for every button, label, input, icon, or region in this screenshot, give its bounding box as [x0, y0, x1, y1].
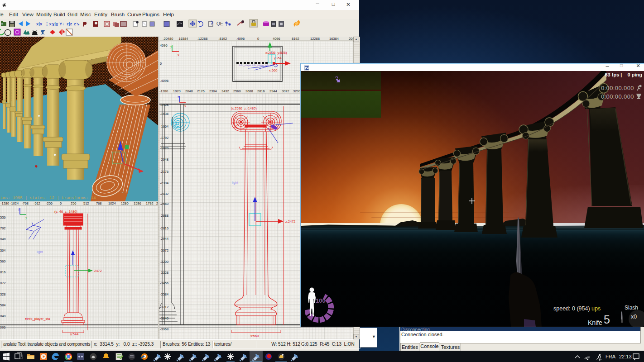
svg-text:y:544: y:544 — [70, 332, 78, 336]
svg-text:204: 204 — [349, 37, 353, 41]
svg-text:x:560: x:560 — [250, 334, 259, 338]
svg-text:840: 840 — [0, 314, 6, 318]
svg-text:-512: -512 — [34, 201, 40, 205]
svg-text:560: 560 — [0, 259, 6, 263]
svg-text:4096: 4096 — [273, 37, 280, 41]
svg-text:584: 584 — [0, 303, 6, 307]
svg-text:-12288: -12288 — [197, 37, 207, 41]
svg-text:20: 20 — [156, 201, 158, 205]
svg-text:096: 096 — [0, 325, 6, 329]
svg-text:-256: -256 — [46, 201, 53, 205]
svg-text:22:13: 22:13 — [619, 354, 632, 359]
svg-text:z↘: z↘ — [74, 21, 80, 26]
svg-text:-1024: -1024 — [10, 201, 19, 205]
svg-text:2688: 2688 — [245, 89, 253, 93]
svg-text:light: light — [232, 181, 239, 185]
svg-text:12288: 12288 — [310, 37, 320, 41]
svg-text:2944: 2944 — [269, 89, 277, 93]
svg-text:z|z: z|z — [67, 21, 72, 26]
svg-text:Y↓: Y↓ — [59, 21, 64, 26]
svg-text:x:2536 y:528): x:2536 y:528) — [265, 51, 287, 55]
svg-text:-4096: -4096 — [160, 79, 168, 83]
svg-text:z: z — [178, 95, 179, 99]
svg-text:-768: -768 — [22, 201, 29, 205]
svg-text:3072: 3072 — [282, 89, 289, 93]
svg-text:1920: 1920 — [173, 89, 181, 93]
svg-text:512: 512 — [83, 201, 89, 205]
svg-text:304: 304 — [0, 248, 6, 252]
svg-text:100: 100 — [316, 297, 326, 304]
svg-text:072: 072 — [0, 281, 6, 285]
svg-text:ims: 1995 | states: 12 | trans: ims: 1995 | states: 12 | transforms: 14 — [0, 196, 96, 200]
svg-text:-1280: -1280 — [159, 89, 168, 93]
svg-text:x: x — [184, 104, 186, 108]
svg-text:y:-54: y:-54 — [274, 56, 282, 60]
svg-text:2176: 2176 — [197, 89, 205, 93]
svg-text:z:2472: z:2472 — [285, 219, 296, 224]
svg-text:0: 0 — [257, 37, 259, 41]
svg-text:1024: 1024 — [108, 201, 116, 205]
svg-text:2304: 2304 — [209, 89, 217, 93]
svg-text:048: 048 — [0, 237, 6, 241]
svg-text:x: x — [178, 53, 179, 57]
svg-text:FRA: FRA — [606, 354, 616, 359]
svg-text:-8192: -8192 — [218, 37, 227, 41]
svg-text:y: y — [25, 216, 27, 219]
svg-text:2432: 2432 — [221, 89, 229, 93]
svg-text:y: y — [170, 45, 172, 48]
svg-text:⋮x: ⋮x — [45, 21, 52, 26]
svg-text:light: light — [37, 250, 43, 254]
svg-text:1536: 1536 — [134, 201, 141, 205]
svg-text:2560: 2560 — [233, 89, 241, 93]
svg-text:0: 0 — [160, 62, 162, 66]
svg-text:(y:-46 z:-1480): (y:-46 z:-1480) — [54, 210, 77, 214]
svg-text:328: 328 — [0, 292, 6, 296]
svg-text:3200: 3200 — [293, 89, 301, 93]
svg-text:-4096: -4096 — [236, 37, 245, 41]
svg-text:ɣ|ɣ: ɣ|ɣ — [52, 21, 58, 26]
svg-text:768: 768 — [96, 201, 102, 205]
svg-text:1280: 1280 — [121, 201, 129, 205]
svg-text:(x:2536 z:-1480): (x:2536 z:-1480) — [231, 106, 257, 110]
svg-text:16384: 16384 — [329, 37, 339, 41]
svg-text:536: 536 — [0, 215, 6, 219]
svg-text:QE: QE — [216, 21, 223, 26]
svg-text:4096: 4096 — [160, 43, 168, 48]
svg-text:2048: 2048 — [185, 89, 193, 93]
svg-text:-20480: -20480 — [163, 37, 173, 41]
svg-text:0: 0 — [60, 201, 62, 205]
svg-text:792: 792 — [0, 226, 6, 230]
svg-text:-16384: -16384 — [178, 37, 188, 41]
svg-text:z: z — [18, 208, 20, 211]
svg-text:-1280: -1280 — [0, 201, 9, 205]
svg-text:x:560: x:560 — [269, 68, 277, 72]
svg-text:x|x: x|x — [36, 21, 43, 26]
svg-text:256: 256 — [71, 201, 77, 205]
svg-text:816: 816 — [0, 270, 6, 274]
svg-text:●info_player_sta: ●info_player_sta — [25, 317, 50, 321]
svg-text:2816: 2816 — [257, 89, 265, 93]
svg-text:1792: 1792 — [146, 201, 154, 205]
svg-text:8192: 8192 — [292, 37, 299, 41]
svg-text:2472: 2472 — [94, 269, 102, 273]
